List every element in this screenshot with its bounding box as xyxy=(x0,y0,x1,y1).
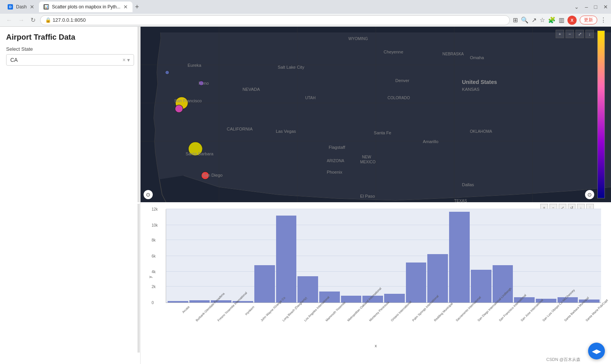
x-axis-tick-label: San Jose International xyxy=(520,305,537,322)
colorscale-bar xyxy=(597,31,605,198)
y-tick-12k: 12k xyxy=(152,207,158,211)
svg-text:CALIFORNIA: CALIFORNIA xyxy=(227,127,253,131)
svg-text:Santa Fe: Santa Fe xyxy=(374,130,391,135)
map-zoom-out[interactable]: − xyxy=(566,30,574,38)
scatter-tab-close[interactable]: ✕ xyxy=(123,4,128,10)
map-reset-button[interactable]: ⊙ xyxy=(144,190,153,199)
map-zoom-in[interactable]: + xyxy=(556,30,564,38)
sidebar-toggle-icon[interactable]: ▥ xyxy=(559,16,564,24)
x-axis-tick-label: Santa Maria Pub/Capt xyxy=(585,305,602,322)
svg-text:Denver: Denver xyxy=(395,78,409,83)
svg-text:OKLAHOMA: OKLAHOMA xyxy=(470,129,492,134)
dash-tab-icon: D xyxy=(8,4,13,10)
bar-item[interactable] xyxy=(406,263,427,303)
bookmark-icon[interactable]: ☆ xyxy=(540,16,545,24)
extensions-icon[interactable]: 🧩 xyxy=(548,16,556,24)
map-toolbar: + − ⤢ ↓ xyxy=(556,30,594,38)
y-tick-4k: 4k xyxy=(152,270,156,274)
translate-icon[interactable]: ⊞ xyxy=(513,16,518,24)
chart-resize-handle[interactable] xyxy=(137,204,140,353)
x-axis-tick-label: Long Beach (Daugherty) xyxy=(281,305,298,322)
svg-text:Amarillo: Amarillo xyxy=(423,139,438,144)
svg-text:Eureka: Eureka xyxy=(188,63,202,68)
svg-text:Cheyenne: Cheyenne xyxy=(384,50,403,54)
svg-text:TEXAS: TEXAS xyxy=(454,199,467,202)
map-reset-area: ⊙ xyxy=(144,190,153,199)
tab-dash[interactable]: D Dash ✕ xyxy=(3,2,39,12)
y-tick-2k: 2k xyxy=(152,285,156,289)
svg-text:COLORADO: COLORADO xyxy=(388,96,410,100)
svg-text:Flagstaff: Flagstaff xyxy=(329,145,346,150)
y-tick-0: 0 xyxy=(152,301,154,305)
chevron-down-icon[interactable]: ⌄ xyxy=(574,4,579,10)
back-button[interactable]: ← xyxy=(5,16,14,24)
x-axis-tick-label: San Francisco International xyxy=(498,305,515,322)
nav-arrows-button[interactable]: ◀▶ xyxy=(588,343,605,359)
bar-item[interactable] xyxy=(297,276,318,303)
csdn-watermark: CSDN @百木从森 xyxy=(546,357,580,362)
map-svg: Eureka Reno Salt Lake City Cheyenne Omah… xyxy=(141,27,611,202)
bar-item[interactable] xyxy=(168,301,188,303)
dash-tab-close[interactable]: ✕ xyxy=(30,4,34,10)
svg-text:Phoenix: Phoenix xyxy=(327,170,343,174)
dash-tab-label: Dash xyxy=(16,4,27,10)
svg-text:United States: United States xyxy=(462,79,497,85)
url-input[interactable]: 🔒 127.0.0.1:8050 xyxy=(40,15,510,25)
svg-text:NEW: NEW xyxy=(362,155,371,159)
sf2-airport-dot[interactable] xyxy=(175,105,183,113)
x-axis-tick-label: Fresno Yosemite International xyxy=(217,305,233,322)
svg-text:Las Vegas: Las Vegas xyxy=(276,129,296,134)
x-axis-tick-label: Metropolitan Oakland International xyxy=(347,305,364,322)
x-axis-tick-label: Burbank-Glendale-Pasadena xyxy=(195,305,212,322)
svg-text:KANSAS: KANSAS xyxy=(462,87,480,92)
x-axis-tick-label: Santa Barbara Municipal xyxy=(563,305,580,322)
map-container[interactable]: Eureka Reno Salt Lake City Cheyenne Omah… xyxy=(141,27,611,202)
svg-text:San Diego: San Diego xyxy=(202,173,223,177)
svg-text:Dallas: Dallas xyxy=(462,182,474,187)
map-download[interactable]: ↓ xyxy=(585,30,594,38)
update-button[interactable]: 更新 xyxy=(580,16,597,24)
svg-text:UTAH: UTAH xyxy=(305,96,315,100)
x-axis-tick-label: Arcata xyxy=(173,305,190,322)
chart-area: 12k 10k 8k 6k 4k 2k 0 xyxy=(166,209,601,303)
y-tick-6k: 6k xyxy=(152,254,156,258)
share-icon[interactable]: ↗ xyxy=(532,16,537,24)
x-axis-tick-label: Redding Municipal xyxy=(433,305,450,322)
browser-toolbar: ⊞ 🔍 ↗ ☆ 🧩 ▥ xyxy=(513,16,564,24)
zoom-icon[interactable]: 🔍 xyxy=(521,16,529,24)
state-select-clear[interactable]: × xyxy=(123,57,126,63)
map-compass[interactable]: ⊙ xyxy=(585,190,594,199)
x-axis-tick-label: Sacramento International xyxy=(455,305,472,322)
reload-button[interactable]: ↻ xyxy=(29,16,37,24)
more-button[interactable]: ⋮ xyxy=(600,16,606,24)
x-axis-tick-label: Los Angeles International xyxy=(303,305,320,322)
svg-text:WYOMING: WYOMING xyxy=(348,37,368,41)
tab-scatter[interactable]: 📊 Scatter plots on mapbox in Pyth... ✕ xyxy=(39,2,133,12)
chevron-down-icon: ▾ xyxy=(127,57,130,63)
bar-chart: y 12k 10k 8k 6k 4k 2k 0 Arcata xyxy=(147,205,605,349)
state-select[interactable]: CA × ▾ xyxy=(6,54,134,66)
bar-item[interactable] xyxy=(276,216,297,303)
compass-button[interactable]: ⊙ xyxy=(585,190,594,199)
map-fullscreen[interactable]: ⤢ xyxy=(575,30,584,38)
maximize-button[interactable]: □ xyxy=(594,4,597,10)
svg-text:ARIZONA: ARIZONA xyxy=(327,159,344,163)
bar-item[interactable] xyxy=(254,265,275,303)
content-area: Eureka Reno Salt Lake City Cheyenne Omah… xyxy=(141,27,611,364)
svg-text:Reno: Reno xyxy=(199,81,209,85)
close-button[interactable]: ✕ xyxy=(603,4,608,10)
forward-button[interactable]: → xyxy=(17,16,26,24)
x-axis-tick-label: San Luis Obispo Co-McChesney xyxy=(541,305,558,322)
chart-section: + − ⤢ ↺ ↓ ⋮ y 12k 10k 8k 6k 4k 2k xyxy=(141,202,611,364)
url-text: 127.0.0.1:8050 xyxy=(53,17,86,23)
arcata-airport-dot[interactable] xyxy=(165,71,169,74)
map-resize-handle[interactable] xyxy=(137,27,140,202)
bars-container xyxy=(166,209,601,303)
svg-text:NEBRASKA: NEBRASKA xyxy=(443,52,464,56)
add-tab-button[interactable]: + xyxy=(133,3,141,11)
bar-item[interactable] xyxy=(449,212,470,303)
minimize-button[interactable]: – xyxy=(585,4,588,10)
profile-button[interactable]: X xyxy=(567,16,577,25)
x-axis-tick-label: Ontario International xyxy=(390,305,407,322)
bar-item[interactable] xyxy=(189,300,210,303)
